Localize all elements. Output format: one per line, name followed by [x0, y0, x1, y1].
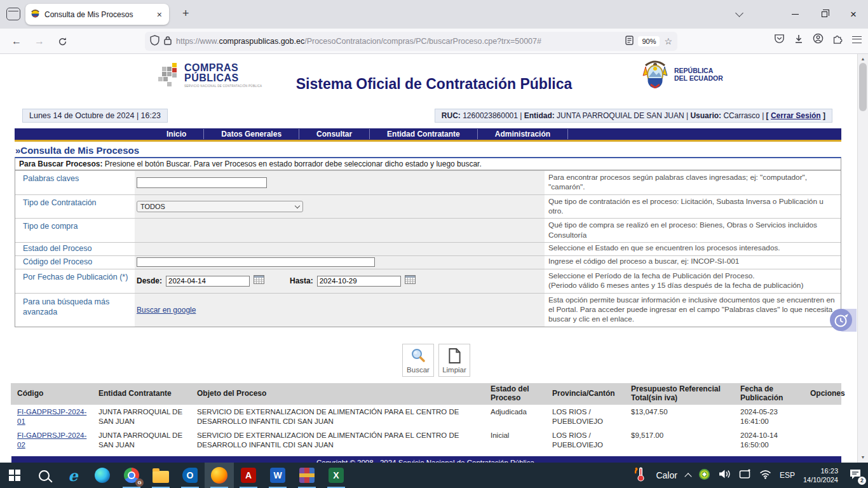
menu-hamburger-icon[interactable] — [852, 36, 862, 43]
url-text: https://www.compraspublicas.gob.ec/Proce… — [176, 37, 621, 46]
buscar-en-google-link[interactable]: Buscar en google — [137, 306, 196, 315]
proceso-link[interactable]: FI-GADPRSJP-2024-02 — [17, 431, 86, 449]
session-box: RUC: 1260023860001 | Entidad: JUNTA PARR… — [435, 109, 832, 123]
form-row-tipo-contratacion: Tipo de Contratación TODOS Que tipo de c… — [15, 194, 841, 219]
results-table: Código Entidad Contratante Objeto del Pr… — [11, 383, 841, 452]
firefox-view-icon[interactable] — [6, 8, 20, 20]
scrollbar-thumb[interactable] — [859, 63, 867, 111]
floating-history-widget[interactable] — [830, 308, 857, 332]
tab-list-chevron-icon[interactable] — [735, 9, 743, 17]
extensions-puzzle-icon[interactable] — [832, 33, 843, 46]
forward-button[interactable]: → — [31, 33, 48, 50]
tablet-mode-icon[interactable] — [739, 469, 751, 482]
blank-page-icon — [448, 348, 461, 364]
tab-title: Consulta de Mis Procesos — [44, 10, 151, 19]
section-title: »Consulta de Mis Procesos — [15, 145, 139, 156]
browser-tab[interactable]: Consulta de Mis Procesos × — [25, 4, 169, 25]
instructions: Para Buscar Procesos: Presione el botón … — [15, 158, 841, 170]
taskbar-search-icon[interactable] — [29, 463, 58, 488]
windows-logo-icon — [9, 470, 20, 481]
account-icon[interactable] — [813, 33, 824, 46]
codigo-proceso-input[interactable] — [137, 257, 375, 267]
tracking-shield-icon[interactable] — [150, 35, 159, 48]
notification-count-badge: 2 — [858, 477, 866, 485]
proceso-link[interactable]: FI-GADPRSJP-2024-01 — [17, 408, 86, 425]
form-row-estado: Estado del Proceso Seleccione el Estado … — [15, 242, 841, 255]
taskbar-clock[interactable]: 16:23 14/10/2024 — [803, 466, 838, 485]
reader-mode-icon[interactable] — [625, 36, 634, 48]
nav-item-administracion[interactable]: Administración — [478, 128, 567, 140]
edge-icon[interactable] — [88, 463, 117, 488]
acrobat-icon[interactable]: A — [234, 463, 263, 488]
windows-taskbar: e G O A W X Calor ESP 16:23 14/10/2024 — [0, 463, 868, 488]
fecha-hasta-input[interactable] — [317, 276, 401, 287]
minimize-button[interactable] — [780, 0, 810, 29]
firefox-icon[interactable] — [205, 463, 234, 488]
logout-link[interactable]: Cerrar Sesión — [771, 111, 821, 120]
url-bar[interactable]: https://www.compraspublicas.gob.ec/Proce… — [145, 32, 677, 51]
ecuador-seal: REPÚBLICA DEL ECUADOR — [641, 60, 723, 88]
buscar-button[interactable]: Buscar — [402, 344, 434, 377]
weather-thermometer-icon[interactable] — [634, 466, 648, 484]
volume-icon[interactable] — [718, 469, 731, 482]
form-row-palabras: Palabras claves Para encontrar procesos … — [15, 170, 841, 194]
limpiar-button[interactable]: Limpiar — [438, 344, 470, 377]
main-navigation: Inicio Datos Generales Consultar Entidad… — [15, 128, 841, 142]
fecha-desde-input[interactable] — [166, 276, 250, 287]
site-footer: Copyright © 2008 - 2024 Servicio Naciona… — [11, 456, 841, 463]
tab-close-icon[interactable]: × — [155, 10, 164, 20]
weather-widget-label[interactable]: Calor — [656, 470, 677, 480]
browser-toolbar: ← → https://www.compraspublicas.gob.ec/P… — [0, 29, 868, 54]
form-actions: Buscar Limpiar — [402, 344, 470, 377]
browser-tab-bar: Consulta de Mis Procesos × + × — [0, 0, 868, 29]
table-row: FI-GADPRSJP-2024-02 JUNTA PARROQUIAL DE … — [11, 428, 841, 452]
word-icon[interactable]: W — [263, 463, 292, 488]
wifi-icon[interactable] — [759, 470, 771, 482]
nav-item-consultar[interactable]: Consultar — [299, 128, 369, 140]
internet-explorer-icon[interactable]: e — [58, 463, 88, 488]
palabras-claves-input[interactable] — [137, 177, 267, 188]
window-close-button[interactable]: × — [839, 0, 868, 29]
nav-item-datos-generales[interactable]: Datos Generales — [204, 128, 299, 140]
clock-icon — [830, 309, 852, 331]
page-content: COMPRAS PÚBLICAS SERVICIO NACIONAL DE CO… — [0, 54, 868, 463]
restore-button[interactable] — [810, 0, 839, 29]
calendar-hasta-icon[interactable] — [405, 275, 416, 287]
scroll-up-icon[interactable]: ▲ — [858, 55, 868, 64]
language-indicator[interactable]: ESP — [780, 471, 795, 480]
search-form: Para Buscar Procesos: Presione el botón … — [15, 157, 841, 327]
tray-chevron-icon[interactable] — [684, 473, 691, 480]
back-button[interactable]: ← — [8, 33, 25, 50]
tipo-contratacion-select[interactable]: TODOS — [137, 201, 303, 212]
zoom-level-badge[interactable]: 90% — [638, 36, 660, 46]
chrome-icon[interactable]: G — [117, 463, 146, 488]
start-button[interactable] — [0, 463, 29, 488]
vertical-scrollbar[interactable]: ▲ ▼ — [857, 54, 868, 463]
bookmark-star-icon[interactable]: ☆ — [664, 36, 672, 46]
reload-icon[interactable] — [53, 33, 71, 50]
select-chevron-icon — [295, 203, 300, 208]
action-center-icon[interactable]: 2 — [849, 468, 862, 482]
datetime-box: Lunes 14 de Octubre de 2024 | 16:23 — [22, 109, 168, 123]
scroll-down-icon[interactable]: ▼ — [858, 453, 868, 462]
downloads-icon[interactable] — [794, 34, 804, 46]
nav-item-entidad-contratante[interactable]: Entidad Contratante — [370, 128, 477, 140]
fechas-help: Seleccione el Período de la fecha de Pub… — [545, 269, 841, 293]
excel-icon[interactable]: X — [322, 463, 351, 488]
pocket-icon[interactable] — [774, 33, 785, 46]
form-row-codigo: Código del Proceso Ingrese el código del… — [15, 255, 841, 269]
file-explorer-icon[interactable] — [146, 463, 175, 488]
winrar-icon[interactable] — [292, 463, 322, 488]
table-row: FI-GADPRSJP-2024-01 JUNTA PARROQUIAL DE … — [11, 405, 841, 429]
calendar-desde-icon[interactable] — [254, 275, 264, 287]
form-row-avanzada: Para una búsqueda más avanzada Buscar en… — [15, 293, 841, 327]
lock-icon[interactable] — [164, 36, 172, 48]
coat-of-arms-icon — [641, 60, 670, 88]
nav-item-inicio[interactable]: Inicio — [149, 128, 203, 140]
system-tray: Calor ESP 16:23 14/10/2024 2 — [634, 463, 868, 488]
new-tab-button[interactable]: + — [178, 6, 194, 21]
outlook-icon[interactable]: O — [175, 463, 205, 488]
antivirus-icon[interactable] — [699, 469, 710, 482]
form-row-fechas: Por Fechas de Publicación (*) Desde: Has… — [15, 269, 841, 293]
site-favicon-icon — [31, 8, 40, 20]
